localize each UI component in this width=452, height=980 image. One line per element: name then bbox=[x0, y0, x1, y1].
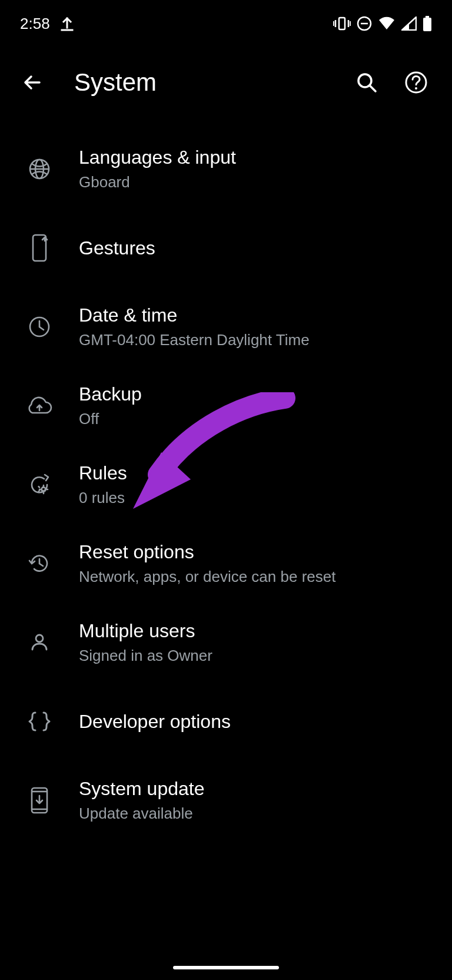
row-reset-options[interactable]: Reset options Network, apps, or device c… bbox=[0, 524, 452, 603]
back-button[interactable] bbox=[18, 68, 47, 97]
help-icon bbox=[404, 71, 428, 94]
upload-icon bbox=[61, 16, 74, 31]
braces-icon bbox=[0, 710, 79, 733]
history-icon bbox=[0, 551, 79, 576]
row-backup[interactable]: Backup Off bbox=[0, 366, 452, 445]
cloud-upload-icon bbox=[0, 395, 79, 416]
row-subtitle: GMT-04:00 Eastern Daylight Time bbox=[79, 330, 434, 350]
svg-line-6 bbox=[370, 86, 375, 91]
status-bar: 2:58 bbox=[0, 0, 452, 47]
row-title: Languages & input bbox=[79, 145, 434, 169]
dnd-icon bbox=[357, 16, 372, 31]
row-system-update[interactable]: System update Update available bbox=[0, 761, 452, 840]
status-right bbox=[333, 16, 432, 31]
svg-rect-0 bbox=[339, 18, 345, 29]
globe-icon bbox=[0, 157, 79, 181]
row-multiple-users[interactable]: Multiple users Signed in as Owner bbox=[0, 603, 452, 682]
search-button[interactable] bbox=[352, 68, 381, 97]
row-title: Reset options bbox=[79, 540, 434, 564]
row-subtitle: Update available bbox=[79, 804, 434, 824]
row-subtitle: 0 rules bbox=[79, 488, 434, 508]
svg-rect-3 bbox=[426, 16, 429, 18]
svg-point-8 bbox=[415, 87, 417, 90]
arrow-back-icon bbox=[21, 71, 44, 94]
system-update-icon bbox=[0, 786, 79, 815]
app-header: System bbox=[0, 47, 452, 118]
row-date-time[interactable]: Date & time GMT-04:00 Eastern Daylight T… bbox=[0, 287, 452, 366]
svg-point-15 bbox=[36, 635, 43, 642]
help-button[interactable] bbox=[401, 68, 431, 97]
wifi-icon bbox=[378, 16, 396, 31]
row-subtitle: Gboard bbox=[79, 173, 434, 193]
header-actions bbox=[352, 68, 431, 97]
row-title: Developer options bbox=[79, 710, 434, 733]
row-developer-options[interactable]: Developer options bbox=[0, 682, 452, 761]
row-subtitle: Signed in as Owner bbox=[79, 646, 434, 666]
row-rules[interactable]: Rules 0 rules bbox=[0, 445, 452, 524]
row-title: Backup bbox=[79, 382, 434, 406]
status-left: 2:58 bbox=[20, 15, 74, 33]
settings-list: Languages & input Gboard Gestures Date &… bbox=[0, 118, 452, 840]
svg-rect-4 bbox=[423, 18, 431, 31]
row-title: Date & time bbox=[79, 303, 434, 327]
row-subtitle: Off bbox=[79, 409, 434, 429]
vibrate-icon bbox=[333, 16, 351, 31]
person-icon bbox=[0, 631, 79, 654]
clock-icon bbox=[0, 315, 79, 339]
rules-icon bbox=[0, 472, 79, 497]
page-title: System bbox=[74, 68, 352, 97]
row-subtitle: Network, apps, or device can be reset bbox=[79, 567, 434, 587]
row-title: Gestures bbox=[79, 236, 434, 260]
search-icon bbox=[355, 71, 378, 94]
gestures-icon bbox=[0, 233, 79, 263]
svg-point-5 bbox=[358, 74, 371, 87]
row-title: Rules bbox=[79, 461, 434, 485]
status-time: 2:58 bbox=[20, 15, 50, 33]
row-languages-input[interactable]: Languages & input Gboard bbox=[0, 130, 452, 208]
nav-handle[interactable] bbox=[173, 966, 279, 969]
row-title: Multiple users bbox=[79, 619, 434, 643]
signal-icon bbox=[401, 16, 417, 31]
battery-icon bbox=[423, 16, 432, 31]
row-gestures[interactable]: Gestures bbox=[0, 208, 452, 287]
row-title: System update bbox=[79, 777, 434, 800]
